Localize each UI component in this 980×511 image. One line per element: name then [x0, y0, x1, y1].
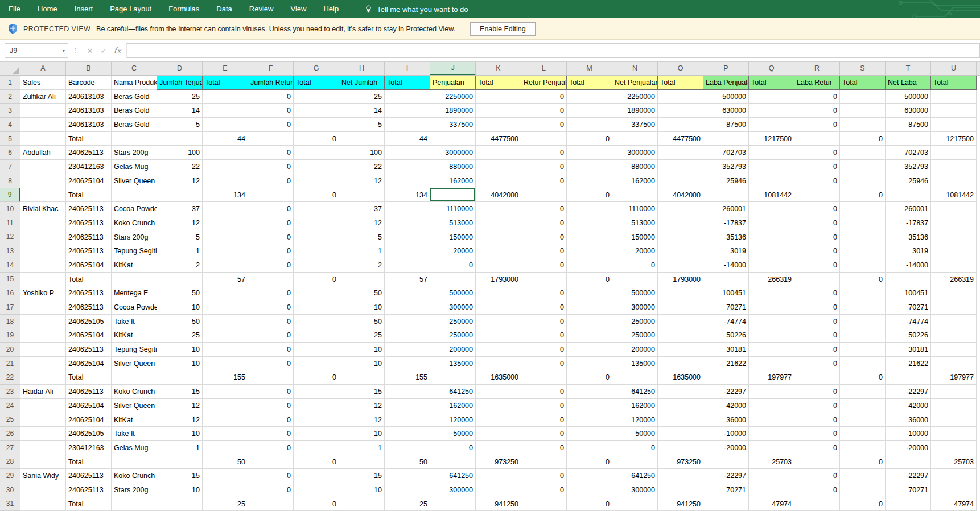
cell-C8[interactable]: Silver Queen: [112, 174, 157, 188]
cell-G24[interactable]: [294, 399, 339, 413]
cell-G7[interactable]: [294, 160, 339, 174]
cell-L10[interactable]: 0: [521, 202, 567, 216]
cell-R16[interactable]: 0: [794, 286, 840, 300]
cell-Q14[interactable]: [749, 258, 794, 273]
cell-D10[interactable]: 37: [157, 202, 203, 216]
cell-J21[interactable]: 135000: [430, 357, 476, 371]
cell-O30[interactable]: [658, 483, 703, 497]
row-header-2[interactable]: 2: [0, 90, 20, 104]
cell-T18[interactable]: -74774: [886, 315, 931, 329]
cell-D31[interactable]: [157, 497, 203, 511]
cell-L28[interactable]: [521, 455, 567, 469]
cell-H24[interactable]: 12: [339, 399, 385, 413]
cell-F14[interactable]: 0: [248, 258, 294, 273]
row-header-1[interactable]: 1: [0, 76, 20, 90]
column-header-S[interactable]: S: [840, 62, 886, 75]
cell-E1[interactable]: Total: [203, 76, 248, 90]
cell-E29[interactable]: [203, 469, 248, 483]
cell-J13[interactable]: 20000: [430, 244, 476, 258]
cell-R7[interactable]: 0: [794, 160, 840, 174]
cell-H21[interactable]: 10: [339, 357, 385, 371]
column-header-R[interactable]: R: [794, 62, 840, 75]
cell-B13[interactable]: 240625113: [66, 244, 112, 258]
cell-L31[interactable]: [521, 497, 567, 511]
cell-M11[interactable]: [567, 216, 612, 230]
cell-K21[interactable]: [476, 357, 521, 371]
cell-U31[interactable]: 47974: [931, 497, 977, 511]
cell-M8[interactable]: [567, 174, 612, 188]
cell-M17[interactable]: [567, 300, 612, 315]
cell-O25[interactable]: [658, 413, 703, 427]
cell-P11[interactable]: -17837: [703, 216, 749, 230]
cell-F15[interactable]: [248, 273, 294, 287]
cell-L17[interactable]: 0: [521, 300, 567, 315]
cell-N2[interactable]: 2250000: [612, 90, 658, 104]
cell-P28[interactable]: [703, 455, 749, 469]
cell-B2[interactable]: 240613103: [66, 90, 112, 104]
cell-J10[interactable]: 1110000: [430, 202, 476, 216]
cell-B24[interactable]: 240625104: [66, 399, 112, 413]
cell-S30[interactable]: [840, 483, 886, 497]
cell-H23[interactable]: 15: [339, 385, 385, 399]
row-header-11[interactable]: 11: [0, 216, 20, 230]
cell-M24[interactable]: [567, 399, 612, 413]
cell-U4[interactable]: [931, 118, 977, 132]
cell-G12[interactable]: [294, 230, 339, 245]
cell-R23[interactable]: 0: [794, 385, 840, 399]
cell-L14[interactable]: 0: [521, 258, 567, 273]
cell-I18[interactable]: [385, 315, 430, 329]
cell-O2[interactable]: [658, 90, 703, 104]
cell-H30[interactable]: 10: [339, 483, 385, 497]
cell-L30[interactable]: 0: [521, 483, 567, 497]
cell-M31[interactable]: 0: [567, 497, 612, 511]
cell-K23[interactable]: [476, 385, 521, 399]
cell-K13[interactable]: [476, 244, 521, 258]
cell-U20[interactable]: [931, 343, 977, 357]
cell-A29[interactable]: Sania Widy: [20, 469, 66, 483]
cell-F10[interactable]: 0: [248, 202, 294, 216]
cell-T11[interactable]: -17837: [886, 216, 931, 230]
cell-T13[interactable]: 3019: [886, 244, 931, 258]
ribbon-tab-insert[interactable]: Insert: [66, 0, 102, 18]
cell-C22[interactable]: [112, 370, 157, 385]
ribbon-tab-page-layout[interactable]: Page Layout: [101, 0, 160, 18]
cell-E31[interactable]: 25: [203, 497, 248, 511]
cell-J29[interactable]: 641250: [430, 469, 476, 483]
cell-B22[interactable]: Total: [66, 370, 112, 385]
cell-M20[interactable]: [567, 343, 612, 357]
cell-R21[interactable]: 0: [794, 357, 840, 371]
cell-L15[interactable]: [521, 273, 567, 287]
cell-E30[interactable]: [203, 483, 248, 497]
cell-U26[interactable]: [931, 427, 977, 441]
cell-O31[interactable]: 941250: [658, 497, 703, 511]
cell-C29[interactable]: Koko Crunch: [112, 469, 157, 483]
cell-R19[interactable]: 0: [794, 328, 840, 343]
cell-C3[interactable]: Beras Gold: [112, 104, 157, 118]
cell-G9[interactable]: 0: [294, 188, 339, 203]
cell-P16[interactable]: 100451: [703, 286, 749, 300]
cell-N26[interactable]: 50000: [612, 427, 658, 441]
cell-L26[interactable]: 0: [521, 427, 567, 441]
cell-Q6[interactable]: [749, 146, 794, 160]
cell-E7[interactable]: [203, 160, 248, 174]
cell-U17[interactable]: [931, 300, 977, 315]
cell-G13[interactable]: [294, 244, 339, 258]
cell-T19[interactable]: 50226: [886, 328, 931, 343]
cell-P14[interactable]: -14000: [703, 258, 749, 273]
cell-L24[interactable]: 0: [521, 399, 567, 413]
cell-G6[interactable]: [294, 146, 339, 160]
cell-U23[interactable]: [931, 385, 977, 399]
cell-R3[interactable]: 0: [794, 104, 840, 118]
cell-T12[interactable]: 35136: [886, 230, 931, 245]
cell-R24[interactable]: 0: [794, 399, 840, 413]
cell-B23[interactable]: 240625113: [66, 385, 112, 399]
cell-L29[interactable]: 0: [521, 469, 567, 483]
cell-H2[interactable]: 25: [339, 90, 385, 104]
cell-P18[interactable]: -74774: [703, 315, 749, 329]
cell-J7[interactable]: 880000: [430, 160, 476, 174]
cell-F19[interactable]: 0: [248, 328, 294, 343]
cell-B8[interactable]: 240625104: [66, 174, 112, 188]
cell-R10[interactable]: 0: [794, 202, 840, 216]
column-header-A[interactable]: A: [20, 62, 66, 75]
cell-T29[interactable]: -22297: [886, 469, 931, 483]
